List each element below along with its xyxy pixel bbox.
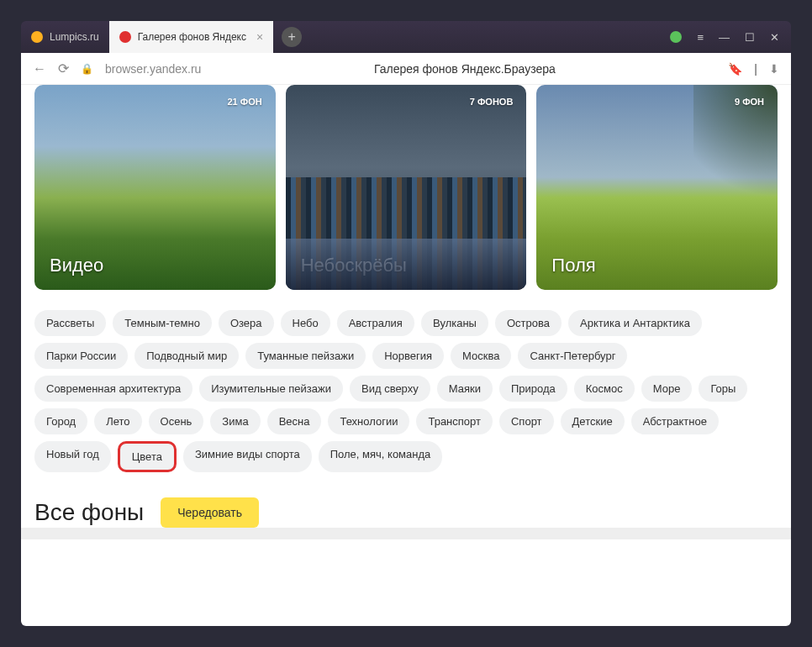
- tag-item[interactable]: Москва: [451, 343, 511, 369]
- card-skyscrapers[interactable]: 7 ФОНОВ Небоскрёбы: [286, 85, 527, 290]
- menu-icon[interactable]: ≡: [697, 31, 704, 44]
- tag-item[interactable]: Темным-темно: [113, 310, 212, 336]
- url-text[interactable]: browser.yandex.ru: [105, 62, 201, 76]
- tag-item[interactable]: Город: [34, 408, 87, 434]
- tag-item[interactable]: Подводный мир: [134, 343, 239, 369]
- horizontal-scrollbar[interactable]: [21, 528, 791, 539]
- tab-label: Галерея фонов Яндекс: [138, 31, 246, 43]
- tag-item[interactable]: Вид сверху: [350, 376, 430, 402]
- tag-item[interactable]: Парки России: [34, 343, 128, 369]
- tag-item[interactable]: Туманные пейзажи: [245, 343, 366, 369]
- tag-list: РассветыТемным-темноОзераНебоАвстралияВу…: [34, 310, 778, 472]
- download-icon[interactable]: ⬇: [769, 62, 779, 76]
- tag-item[interactable]: Транспорт: [416, 408, 493, 434]
- card-title: Поля: [551, 255, 595, 276]
- tag-item[interactable]: Детские: [561, 408, 625, 434]
- divider: |: [754, 62, 757, 76]
- tag-item[interactable]: Весна: [267, 408, 322, 434]
- card-badge: 21 ФОН: [227, 97, 261, 107]
- tag-item[interactable]: Австралия: [337, 310, 414, 336]
- tag-item[interactable]: Море: [641, 376, 693, 402]
- tag-item[interactable]: Озера: [219, 310, 274, 336]
- page-title: Галерея фонов Яндекс.Браузера: [213, 62, 716, 76]
- lock-icon: 🔒: [81, 63, 93, 75]
- titlebar: Lumpics.ru Галерея фонов Яндекс × + ≡ — …: [21, 21, 791, 53]
- tag-item[interactable]: Зима: [210, 408, 260, 434]
- address-bar: ← ⟳ 🔒 browser.yandex.ru Галерея фонов Ян…: [21, 53, 791, 85]
- all-backgrounds-heading: Все фоны: [34, 499, 144, 526]
- tag-item[interactable]: Новый год: [34, 441, 111, 472]
- extension-icon[interactable]: [670, 31, 682, 43]
- card-title: Небоскрёбы: [301, 255, 407, 276]
- minimize-button[interactable]: —: [719, 31, 730, 44]
- shuffle-button[interactable]: Чередовать: [161, 497, 259, 528]
- tag-item[interactable]: Рассветы: [34, 310, 106, 336]
- close-icon[interactable]: ×: [256, 30, 263, 44]
- tag-item[interactable]: Горы: [699, 376, 747, 402]
- tag-item[interactable]: Маяки: [437, 376, 493, 402]
- card-badge: 9 ФОН: [735, 97, 764, 107]
- site-icon: [31, 31, 43, 43]
- tab-gallery[interactable]: Галерея фонов Яндекс ×: [109, 21, 273, 53]
- tag-item[interactable]: Природа: [499, 376, 567, 402]
- tag-item[interactable]: Арктика и Антарктика: [568, 310, 702, 336]
- close-button[interactable]: ✕: [770, 31, 779, 44]
- card-fields[interactable]: 9 ФОН Поля: [536, 85, 778, 290]
- tag-item[interactable]: Норвегия: [372, 343, 444, 369]
- tag-item[interactable]: Осень: [149, 408, 204, 434]
- maximize-button[interactable]: ☐: [745, 31, 755, 44]
- tag-item[interactable]: Изумительные пейзажи: [199, 376, 343, 402]
- tag-item[interactable]: Спорт: [499, 408, 554, 434]
- tag-item[interactable]: Технологии: [328, 408, 409, 434]
- tag-item[interactable]: Лето: [94, 408, 141, 434]
- tab-lumpics[interactable]: Lumpics.ru: [21, 21, 109, 53]
- tag-item[interactable]: Небо: [281, 310, 330, 336]
- category-cards: 21 ФОН Видео 7 ФОНОВ Небоскрёбы 9 ФОН По…: [34, 85, 778, 290]
- card-title: Видео: [50, 255, 103, 276]
- yandex-icon: [119, 31, 131, 43]
- back-button[interactable]: ←: [33, 61, 46, 76]
- new-tab-button[interactable]: +: [282, 27, 302, 47]
- tag-item[interactable]: Зимние виды спорта: [183, 441, 312, 472]
- tag-item[interactable]: Современная архитектура: [34, 376, 192, 402]
- window-controls: ≡ — ☐ ✕: [658, 21, 791, 53]
- tag-item[interactable]: Санкт-Петербург: [518, 343, 627, 369]
- card-video[interactable]: 21 ФОН Видео: [34, 85, 276, 290]
- reload-button[interactable]: ⟳: [58, 60, 69, 76]
- card-badge: 7 ФОНОВ: [470, 97, 514, 107]
- tag-item[interactable]: Острова: [495, 310, 562, 336]
- tag-item[interactable]: Абстрактное: [631, 408, 719, 434]
- tag-item[interactable]: Вулканы: [421, 310, 488, 336]
- bookmark-icon[interactable]: 🔖: [728, 62, 742, 76]
- tag-item[interactable]: Цвета: [118, 441, 177, 472]
- tab-label: Lumpics.ru: [50, 31, 99, 43]
- tag-item[interactable]: Поле, мяч, команда: [319, 441, 443, 472]
- tag-item[interactable]: Космос: [574, 376, 635, 402]
